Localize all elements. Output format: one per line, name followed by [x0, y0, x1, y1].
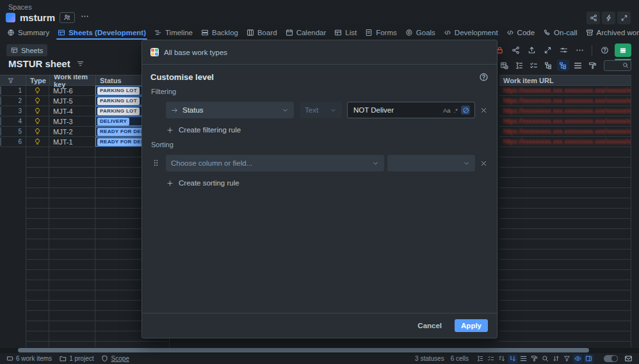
empty-type-cell[interactable] [26, 178, 49, 188]
help-icon[interactable] [479, 72, 489, 82]
row-number[interactable]: 6 [0, 137, 26, 147]
tab-archived-work-items[interactable]: Archived work items [582, 27, 639, 38]
empty-type-cell[interactable] [26, 219, 49, 229]
empty-type-cell[interactable] [26, 331, 49, 342]
remove-sort-rule-button[interactable] [478, 157, 489, 169]
empty-key-cell[interactable] [49, 168, 95, 178]
remove-filter-rule-button[interactable] [478, 104, 489, 116]
empty-url-cell[interactable] [499, 249, 631, 260]
work-item-url-cell[interactable]: https://xxxxxxxxx.xxx.xxxxxxxxx.xxx/xxxx… [499, 127, 631, 137]
work-item-url-cell[interactable]: https://xxxxxxxxx.xxx.xxxxxxxxx.xxx/xxxx… [499, 116, 631, 127]
tab-code[interactable]: Code [503, 27, 539, 38]
empty-url-cell[interactable] [499, 290, 631, 301]
empty-key-cell[interactable] [49, 198, 95, 209]
share-button[interactable] [510, 45, 521, 56]
empty-key-cell[interactable] [49, 157, 95, 168]
work-item-url-link[interactable]: https://xxxxxxxxx.xxx.xxxxxxxxx.xxx/xxxx… [503, 97, 631, 104]
table-history-button[interactable] [498, 59, 510, 71]
row-number[interactable]: 3 [0, 106, 26, 116]
drag-handle-icon[interactable] [152, 158, 160, 170]
help-button[interactable] [599, 45, 610, 56]
work-item-url-link[interactable]: https://xxxxxxxxx.xxx.xxxxxxxxx.xxx/xxxx… [503, 87, 631, 94]
sum-list-statusbar-button[interactable] [475, 354, 485, 363]
sort-direction-dropdown[interactable] [387, 155, 475, 171]
type-cell[interactable] [26, 137, 49, 147]
swap-vert-statusbar-button[interactable] [551, 354, 561, 363]
empty-type-cell[interactable] [26, 229, 49, 239]
empty-type-cell[interactable] [26, 280, 49, 290]
sort-num-statusbar-button[interactable] [497, 354, 506, 363]
empty-url-cell[interactable] [499, 188, 631, 198]
expand-button[interactable] [617, 12, 631, 24]
empty-key-cell[interactable] [49, 321, 95, 331]
work-item-url-cell[interactable]: https://xxxxxxxxx.xxx.xxxxxxxxx.xxx/xxxx… [499, 106, 631, 116]
match-case-icon[interactable]: Aa [443, 107, 451, 114]
work-item-url-link[interactable]: https://xxxxxxxxx.xxx.xxxxxxxxx.xxx/xxxx… [503, 128, 631, 135]
empty-key-cell[interactable] [49, 249, 95, 260]
row-number[interactable]: 4 [0, 116, 26, 127]
empty-url-cell[interactable] [499, 342, 631, 347]
work-item-url-cell[interactable]: https://xxxxxxxxx.xxx.xxxxxxxxx.xxx/xxxx… [499, 96, 631, 106]
work-item-key-cell[interactable]: MJT-2 [49, 127, 95, 137]
work-item-url-cell[interactable]: https://xxxxxxxxx.xxx.xxxxxxxxx.xxx/xxxx… [499, 137, 631, 147]
empty-key-cell[interactable] [49, 260, 95, 270]
empty-key-cell[interactable] [49, 219, 95, 229]
type-cell[interactable] [26, 96, 49, 106]
header-filter-cell[interactable] [0, 75, 26, 85]
empty-type-cell[interactable] [26, 321, 49, 331]
apply-button[interactable]: Apply [455, 319, 488, 332]
empty-key-cell[interactable] [49, 270, 95, 280]
empty-key-cell[interactable] [49, 239, 95, 249]
horizontal-scrollbar-thumb[interactable] [18, 348, 589, 352]
work-item-url-cell[interactable]: https://xxxxxxxxx.xxx.xxxxxxxxx.xxx/xxxx… [499, 86, 631, 96]
regex-icon[interactable]: .* [454, 107, 458, 114]
work-type-scope-selector[interactable]: All base work types [142, 40, 497, 65]
funnel-statusbar-button[interactable] [562, 354, 572, 363]
empty-url-cell[interactable] [499, 260, 631, 270]
empty-key-cell[interactable] [49, 301, 95, 311]
empty-key-cell[interactable] [49, 147, 95, 157]
empty-key-cell[interactable] [49, 229, 95, 239]
empty-url-cell[interactable] [499, 321, 631, 331]
empty-key-cell[interactable] [49, 342, 95, 347]
tab-backlog[interactable]: Backlog [197, 27, 242, 38]
table-search-input[interactable] [607, 61, 622, 70]
create-filtering-rule-button[interactable]: Create filtering rule [166, 126, 241, 134]
empty-url-cell[interactable] [499, 147, 631, 157]
filter-value-input[interactable] [352, 106, 440, 115]
tab-goals[interactable]: Goals [401, 27, 439, 38]
empty-url-cell[interactable] [499, 178, 631, 188]
work-item-url-link[interactable]: https://xxxxxxxxx.xxx.xxxxxxxxx.xxx/xxxx… [503, 138, 631, 145]
empty-url-cell[interactable] [499, 219, 631, 229]
empty-type-cell[interactable] [26, 260, 49, 270]
header-type[interactable]: Type [26, 75, 50, 85]
tab-timeline[interactable]: Timeline [150, 27, 197, 38]
empty-url-cell[interactable] [499, 229, 631, 239]
empty-type-cell[interactable] [26, 239, 49, 249]
empty-url-cell[interactable] [499, 239, 631, 249]
tab-calendar[interactable]: Calendar [282, 27, 330, 38]
members-button[interactable] [60, 12, 75, 23]
row-number[interactable]: 2 [0, 96, 26, 106]
tab-summary[interactable]: Summary [3, 27, 53, 38]
empty-url-cell[interactable] [499, 157, 631, 168]
cancel-button[interactable]: Cancel [412, 319, 447, 332]
type-cell[interactable] [26, 86, 49, 96]
tab-sheets-development-[interactable]: Sheets (Development) [54, 27, 150, 38]
work-item-key-cell[interactable]: MJT-3 [49, 116, 95, 127]
filter-lines-icon[interactable] [76, 59, 85, 68]
empty-type-cell[interactable] [26, 249, 49, 260]
type-cell[interactable] [26, 127, 49, 137]
empty-url-cell[interactable] [499, 301, 631, 311]
empty-key-cell[interactable] [49, 178, 95, 188]
empty-url-cell[interactable] [499, 311, 631, 321]
exact-match-toggle-icon[interactable] [461, 106, 470, 115]
sheets-view-button[interactable] [615, 44, 631, 57]
type-cell[interactable] [26, 106, 49, 116]
header-key[interactable]: Work item key [50, 75, 96, 85]
empty-key-cell[interactable] [49, 188, 95, 198]
empty-type-cell[interactable] [26, 168, 49, 178]
sum-list-button[interactable] [513, 59, 525, 71]
ellipsis-button[interactable] [574, 45, 585, 56]
type-cell[interactable] [26, 116, 49, 127]
